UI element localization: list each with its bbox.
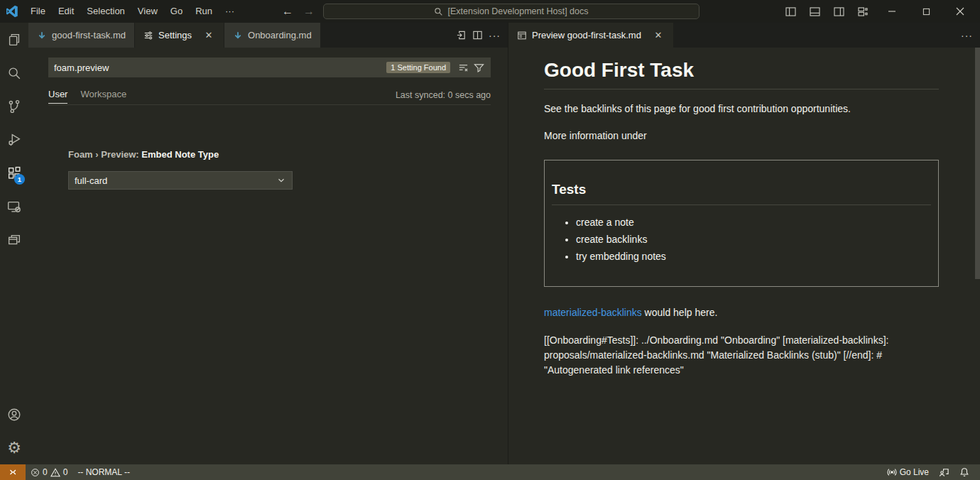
more-actions-icon[interactable]: ···	[961, 30, 973, 41]
menu-file[interactable]: File	[24, 0, 52, 23]
preview-paragraph: See the backlinks of this page for good …	[544, 102, 939, 116]
embedded-note-list: create a note create backlinks try embed…	[576, 217, 931, 262]
tab-bar-left: good-first-task.md Settings ✕	[28, 23, 508, 48]
settings-editor: 1 Setting Found	[28, 48, 508, 464]
embedded-note-card: Tests create a note create backlinks try…	[544, 160, 939, 287]
close-window-button[interactable]	[944, 0, 976, 23]
extensions-icon[interactable]: 1	[0, 156, 28, 190]
markdown-preview-icon	[517, 31, 527, 40]
error-icon	[31, 468, 40, 477]
customize-layout-icon[interactable]	[852, 1, 873, 22]
scope-tab-user[interactable]: User	[48, 89, 67, 104]
tab-onboarding[interactable]: Onboarding.md	[224, 23, 321, 48]
activity-bar: 1 ⚙	[0, 23, 28, 464]
menu-edit[interactable]: Edit	[52, 0, 80, 23]
vscode-window: File Edit Selection View Go Run ··· ← → …	[0, 0, 980, 480]
toggle-secondary-sidebar-icon[interactable]	[828, 1, 849, 22]
bell-icon	[959, 467, 969, 477]
vim-mode-status-item[interactable]: -- NORMAL --	[72, 464, 135, 480]
dropdown-value: full-card	[75, 175, 107, 186]
filter-funnel-icon[interactable]	[471, 60, 486, 75]
go-live-status-item[interactable]: Go Live	[882, 464, 934, 480]
materialized-backlinks-link[interactable]: materialized-backlinks	[544, 307, 642, 318]
scope-tab-workspace[interactable]: Workspace	[80, 89, 126, 103]
tab-preview-good-first-task[interactable]: Preview good-first-task.md ✕	[508, 23, 674, 48]
close-tab-icon[interactable]: ✕	[652, 30, 665, 40]
markdown-file-icon	[37, 31, 47, 40]
command-center-label: [Extension Development Host] docs	[447, 6, 588, 16]
problems-status-item[interactable]: 0 0	[26, 464, 72, 480]
toggle-panel-icon[interactable]	[804, 1, 825, 22]
vscode-logo-icon	[0, 5, 24, 18]
preview-paragraph: More information under	[544, 129, 939, 143]
explorer-icon[interactable]	[0, 23, 28, 56]
menu-more[interactable]: ···	[219, 0, 241, 23]
list-item: create backlinks	[576, 234, 931, 245]
minimize-button[interactable]	[876, 0, 908, 23]
settings-search-box: 1 Setting Found	[48, 58, 491, 77]
search-icon	[434, 7, 443, 16]
open-settings-json-icon[interactable]	[456, 30, 467, 40]
menu-selection[interactable]: Selection	[80, 0, 131, 23]
clear-search-results-icon[interactable]	[455, 60, 471, 75]
menu-go[interactable]: Go	[164, 0, 189, 23]
preview-title: Good First Task	[544, 59, 939, 89]
source-control-icon[interactable]	[0, 89, 28, 123]
tab-good-first-task[interactable]: good-first-task.md	[28, 23, 135, 48]
extensions-badge: 1	[14, 174, 25, 185]
markdown-file-icon	[233, 31, 243, 40]
accounts-icon[interactable]	[0, 398, 28, 431]
command-center-search[interactable]: [Extension Development Host] docs	[323, 4, 699, 19]
browser-windows-icon[interactable]	[0, 223, 28, 256]
tab-bar-right: Preview good-first-task.md ✕ ···	[508, 23, 980, 48]
settings-search-input[interactable]	[54, 62, 386, 73]
nav-back-icon[interactable]: ←	[282, 5, 293, 18]
menu-view[interactable]: View	[131, 0, 164, 23]
toggle-primary-sidebar-icon[interactable]	[780, 1, 801, 22]
chevron-down-icon	[276, 175, 286, 185]
feedback-status-item[interactable]	[934, 464, 954, 480]
setting-name-label: Embed Note Type	[141, 149, 219, 160]
preview-paragraph: materialized-backlinks would help here.	[544, 305, 939, 320]
settings-gear-icon[interactable]: ⚙	[0, 431, 28, 464]
run-debug-icon[interactable]	[0, 123, 28, 156]
person-window-icon	[939, 467, 949, 477]
settings-scope-tabs: User Workspace Last synced: 0 secs ago	[48, 87, 491, 105]
link-references-paragraph: [[Onboarding#Tests]]: ../Onboarding.md "…	[544, 333, 939, 378]
editor-group-right: Preview good-first-task.md ✕ ··· Good Fi…	[508, 23, 980, 464]
tab-settings[interactable]: Settings ✕	[135, 23, 224, 48]
close-tab-icon[interactable]: ✕	[202, 30, 215, 40]
list-item: create a note	[576, 217, 931, 228]
broadcast-icon	[887, 467, 897, 477]
title-bar: File Edit Selection View Go Run ··· ← → …	[0, 0, 980, 23]
list-item: try embedding notes	[576, 251, 931, 262]
search-sidebar-icon[interactable]	[0, 56, 28, 89]
split-editor-icon[interactable]	[472, 30, 483, 40]
settings-result-count-badge: 1 Setting Found	[386, 62, 450, 73]
setting-embed-note-type: Foam › Preview: Embed Note Type full-car…	[68, 149, 293, 190]
markdown-preview-pane: Good First Task See the backlinks of thi…	[508, 48, 980, 464]
notifications-status-item[interactable]	[954, 464, 974, 480]
maximize-button[interactable]	[910, 0, 942, 23]
menu-run[interactable]: Run	[189, 0, 219, 23]
setting-category-label: Foam › Preview:	[68, 149, 141, 160]
warning-icon	[50, 468, 60, 477]
remote-indicator[interactable]	[0, 464, 26, 480]
editor-group-left: good-first-task.md Settings ✕	[28, 23, 508, 464]
settings-sliders-icon	[143, 31, 153, 40]
last-synced-label: Last synced: 0 secs ago	[396, 90, 491, 102]
remote-icon	[8, 467, 18, 477]
preview-scrollbar[interactable]	[975, 48, 980, 279]
status-bar: 0 0 -- NORMAL -- Go Live	[0, 464, 980, 480]
embedded-note-title: Tests	[552, 182, 931, 205]
nav-forward-icon[interactable]: →	[303, 5, 315, 18]
embed-note-type-dropdown[interactable]: full-card	[68, 171, 293, 190]
more-actions-icon[interactable]: ···	[489, 30, 501, 41]
remote-explorer-icon[interactable]	[0, 190, 28, 223]
